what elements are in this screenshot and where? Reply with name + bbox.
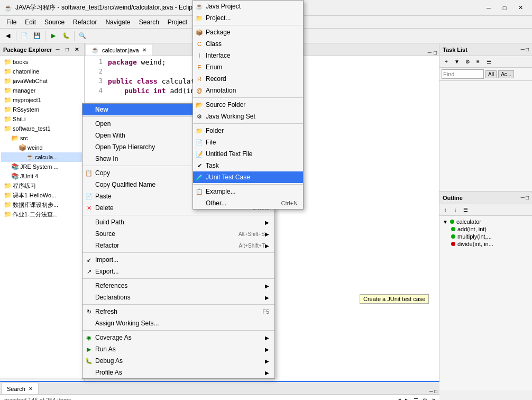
sm-label-interface: Interface xyxy=(206,52,231,59)
sm-item-source-folder[interactable]: 📂 Source Folder xyxy=(193,99,303,111)
cm-item-declarations[interactable]: Declarations ▶ xyxy=(82,292,274,303)
bottom-prev-btn[interactable]: ◀ xyxy=(395,397,402,401)
panel-maximize-btn[interactable]: □ xyxy=(63,46,71,54)
task-filter-btn[interactable]: ▼ xyxy=(452,57,462,67)
sm-item-java-project[interactable]: ☕ Java Project xyxy=(193,1,303,12)
toolbar-new-button[interactable]: 📄 xyxy=(19,30,30,42)
cm-item-source[interactable]: Source Alt+Shift+S ▶ xyxy=(82,228,274,240)
cm-item-export[interactable]: ↗ Export... xyxy=(82,266,274,277)
outline-sort-btn[interactable]: ↓ xyxy=(451,205,460,215)
cm-item-import[interactable]: ↙ Import... xyxy=(82,254,274,266)
bottom-tab-close[interactable]: ✕ xyxy=(29,386,33,392)
tree-item-RSsystem[interactable]: 📁RSsystem xyxy=(1,105,83,114)
outline-item-calculator[interactable]: ▼ calculator xyxy=(442,218,530,225)
outline-minimize-btn[interactable]: ─ xyxy=(521,195,525,201)
tree-item-JUnit-4[interactable]: 📚JUnit 4 xyxy=(1,171,83,181)
outline-filter-btn[interactable]: ☰ xyxy=(461,205,470,215)
menu-item-search[interactable]: Search xyxy=(135,17,163,27)
sm-item-interface[interactable]: I Interface xyxy=(193,50,303,61)
task-expand-btn[interactable]: ☰ xyxy=(484,57,493,67)
sm-item-java-working-set[interactable]: ⚙ Java Working Set xyxy=(193,111,303,122)
tree-item-weind[interactable]: 📦weind xyxy=(1,143,83,152)
tree-item-manager[interactable]: 📁manager xyxy=(1,86,83,95)
bottom-tab-search[interactable]: Search ✕ xyxy=(1,383,39,394)
sm-item-junit-test-case[interactable]: 🧪 JUnit Test Case xyxy=(193,171,303,183)
task-find-input[interactable] xyxy=(442,69,484,79)
menu-item-file[interactable]: File xyxy=(2,17,21,27)
bottom-settings-btn[interactable]: ⚙ xyxy=(421,397,429,401)
editor-maximize-btn[interactable]: □ xyxy=(434,50,437,56)
toolbar-save-button[interactable]: 💾 xyxy=(31,30,43,42)
editor-tab-close[interactable]: ✕ xyxy=(142,47,146,53)
sm-item-package[interactable]: 📦 Package xyxy=(193,26,303,38)
toolbar-debug-button[interactable]: 🐛 xyxy=(60,30,72,42)
menu-item-project[interactable]: Project xyxy=(163,17,191,27)
task-add-btn[interactable]: + xyxy=(442,57,451,67)
tree-item-calcula---[interactable]: ☕calcula... xyxy=(1,152,83,162)
cm-item-refresh[interactable]: ↻ Refresh F5 xyxy=(82,306,274,317)
task-settings-btn[interactable]: ⚙ xyxy=(463,57,472,67)
sm-item-project[interactable]: 📁 Project... xyxy=(193,12,303,24)
outline-item-add[interactable]: add(int, int) xyxy=(442,225,530,233)
bottom-close-btn[interactable]: ✕ xyxy=(430,397,437,401)
sm-item-folder[interactable]: 📁 Folder xyxy=(193,125,303,137)
cm-item-assign-working-sets[interactable]: Assign Working Sets... xyxy=(82,317,274,329)
menu-item-edit[interactable]: Edit xyxy=(21,17,40,27)
tree-item-software-test1[interactable]: 📁software_test1 xyxy=(1,124,83,133)
tree-item-----[interactable]: 📁程序练习 xyxy=(1,181,83,190)
toolbar-run-button[interactable]: ▶ xyxy=(48,30,59,42)
package-explorer-tree[interactable]: 📁books📁chatonline📁javaWebChat📁manager📁my… xyxy=(0,56,84,378)
sm-item-untitled-text-file[interactable]: 📝 Untitled Text File xyxy=(193,148,303,160)
sm-item-enum[interactable]: E Enum xyxy=(193,61,303,73)
bottom-maximize-btn[interactable]: □ xyxy=(434,388,437,394)
cm-item-references[interactable]: References ▶ xyxy=(82,280,274,292)
menu-item-source[interactable]: Source xyxy=(40,17,69,27)
cm-item-profile-as[interactable]: Profile As ▶ xyxy=(82,367,274,378)
close-button[interactable]: ✕ xyxy=(513,3,528,13)
cm-item-debug-as[interactable]: 🐛 Debug As ▶ xyxy=(82,355,274,367)
toolbar-back-button[interactable]: ◀ xyxy=(2,30,14,42)
minimize-button[interactable]: ─ xyxy=(481,3,496,13)
cm-item-coverage-as[interactable]: ◉ Coverage As ▶ xyxy=(82,332,274,343)
toolbar-search-button[interactable]: 🔍 xyxy=(77,30,88,42)
sm-item-example[interactable]: 📋 Example... xyxy=(193,186,303,197)
panel-close-btn[interactable]: ✕ xyxy=(72,46,81,54)
tree-item-ShiLi[interactable]: 📁ShiLi xyxy=(1,114,83,124)
tree-item-myproject1[interactable]: 📁myproject1 xyxy=(1,95,83,105)
editor-tab-calculator[interactable]: ☕ calculator.java ✕ xyxy=(86,44,152,56)
tree-item-books[interactable]: 📁books xyxy=(1,57,83,67)
outline-collapse-btn[interactable]: ↕ xyxy=(441,205,450,215)
outline-item-multiply[interactable]: multiply(int,... xyxy=(442,233,530,240)
maximize-button[interactable]: □ xyxy=(497,3,512,13)
cm-item-run-as[interactable]: ▶ Run As ▶ xyxy=(82,343,274,355)
editor-minimize-btn[interactable]: ─ xyxy=(428,50,432,56)
menu-item-navigate[interactable]: Navigate xyxy=(101,17,134,27)
outline-maximize-btn[interactable]: □ xyxy=(526,195,529,201)
cm-item-build-path[interactable]: Build Path ▶ xyxy=(82,216,274,228)
tree-item---1-HelloWo---[interactable]: 📁课本1-HelloWo... xyxy=(1,190,83,200)
sm-item-class[interactable]: C Class xyxy=(193,38,303,50)
panel-minimize-btn[interactable]: ─ xyxy=(53,46,62,54)
sm-item-annotation[interactable]: @ Annotation xyxy=(193,85,303,96)
tree-item-chatonline[interactable]: 📁chatonline xyxy=(1,67,83,76)
tree-item-javaWebChat[interactable]: 📁javaWebChat xyxy=(1,76,83,86)
tree-item-src[interactable]: 📂src xyxy=(1,133,83,143)
find-ac-btn[interactable]: Ac... xyxy=(498,70,514,78)
tree-item-JRE-System----[interactable]: 📚JRE System ... xyxy=(1,162,83,171)
sm-item-record[interactable]: R Record xyxy=(193,73,303,85)
find-all-btn[interactable]: All xyxy=(485,70,497,78)
bottom-next-btn[interactable]: ▶ xyxy=(403,397,411,401)
task-maximize-btn[interactable]: □ xyxy=(526,47,529,52)
bottom-filter-btn[interactable]: ☰ xyxy=(412,397,420,401)
bottom-minimize-btn[interactable]: ─ xyxy=(429,388,433,394)
tree-item---1--------[interactable]: 📁作业1-二分法查... xyxy=(1,210,83,219)
task-minimize-btn[interactable]: ─ xyxy=(521,47,525,52)
menu-item-refactor[interactable]: Refactor xyxy=(69,17,101,27)
sm-item-other[interactable]: Other... Ctrl+N xyxy=(193,197,303,209)
tree-item-----------[interactable]: 📁数据库课设初步... xyxy=(1,200,83,210)
outline-item-divide[interactable]: divide(int, in... xyxy=(442,240,530,248)
task-collapse-btn[interactable]: ≡ xyxy=(473,57,483,67)
sm-item-task[interactable]: ✔ Task xyxy=(193,160,303,171)
cm-item-refactor[interactable]: Refactor Alt+Shift+T ▶ xyxy=(82,240,274,251)
sm-item-file[interactable]: 📄 File xyxy=(193,137,303,148)
